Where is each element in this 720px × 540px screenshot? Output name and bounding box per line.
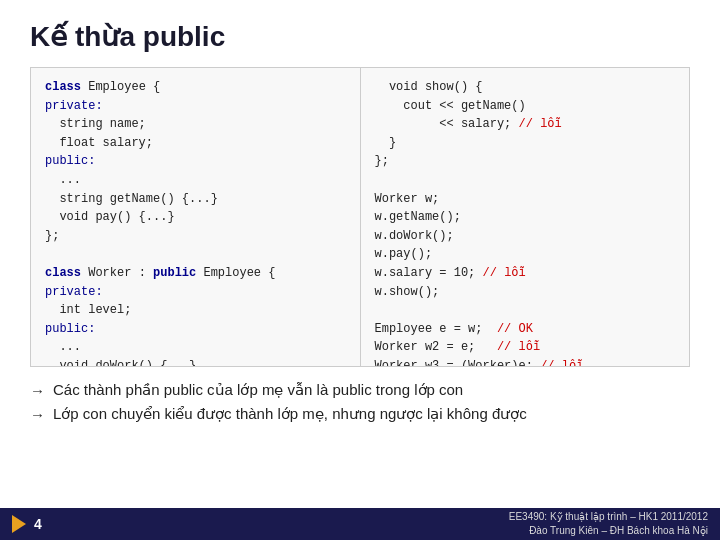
footer: 4 EE3490: Kỹ thuật lập trình – HK1 2011/…: [0, 508, 720, 540]
code-right: void show() { cout << getName() << salar…: [361, 68, 690, 366]
footer-author: Đào Trung Kiên – ĐH Bách khoa Hà Nội: [529, 525, 708, 536]
slide-title: Kế thừa public: [30, 20, 690, 53]
bullet-arrow-2: →: [30, 406, 45, 423]
code-section: class Employee { private: string name; f…: [30, 67, 690, 367]
footer-info: EE3490: Kỹ thuật lập trình – HK1 2011/20…: [509, 510, 708, 538]
footer-page-number: 4: [34, 516, 42, 532]
slide: Kế thừa public class Employee { private:…: [0, 0, 720, 540]
footer-course: EE3490: Kỹ thuật lập trình – HK1 2011/20…: [509, 511, 708, 522]
bullet-text-2: Lớp con chuyển kiểu được thành lớp mẹ, n…: [53, 405, 527, 423]
bullet-item-1: → Các thành phần public của lớp mẹ vẫn l…: [30, 381, 690, 399]
code-left: class Employee { private: string name; f…: [31, 68, 361, 366]
bullets-section: → Các thành phần public của lớp mẹ vẫn l…: [30, 381, 690, 423]
bullet-arrow-1: →: [30, 382, 45, 399]
footer-left: 4: [12, 515, 42, 533]
footer-triangle-icon: [12, 515, 26, 533]
bullet-item-2: → Lớp con chuyển kiểu được thành lớp mẹ,…: [30, 405, 690, 423]
bullet-text-1: Các thành phần public của lớp mẹ vẫn là …: [53, 381, 463, 399]
